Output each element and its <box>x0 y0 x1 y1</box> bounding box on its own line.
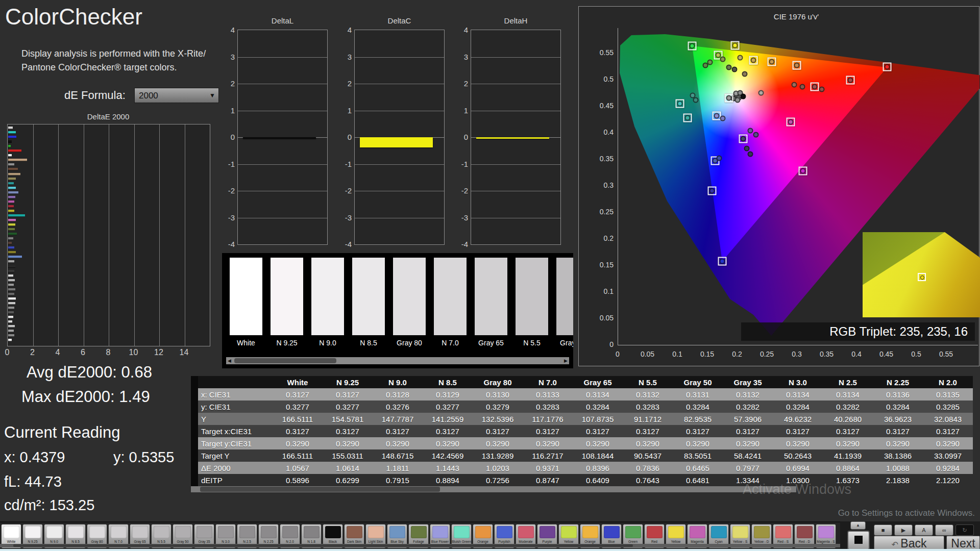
patch-color-chip <box>282 526 298 538</box>
table-column-header: N 8.5 <box>423 376 473 388</box>
deltae-bar <box>8 168 18 170</box>
table-row-label: Target Y <box>198 449 273 462</box>
axis-tick-label: 3 <box>456 53 468 61</box>
axis-tick-label: 0.3 <box>591 181 614 189</box>
swatch-label: N 9.25 <box>266 339 307 347</box>
table-cell: 38.1386 <box>873 449 923 462</box>
deltae-bar <box>8 219 16 221</box>
table-cell: 0.3127 <box>723 425 773 437</box>
deltae-chart <box>7 124 210 346</box>
cie-measured-point <box>740 136 746 142</box>
swatch-gray-65 <box>475 258 507 335</box>
chevron-down-icon[interactable]: ▼ <box>206 88 218 103</box>
table-row-label: Y <box>198 413 273 425</box>
table-cell: 0.6409 <box>573 474 623 486</box>
patch-color-chip <box>818 526 834 538</box>
table-cell: 117.1776 <box>523 413 573 425</box>
table-cell: 40.2680 <box>823 413 873 425</box>
gridline <box>471 191 560 191</box>
stop-measure-button[interactable] <box>847 531 870 550</box>
current-y-value: y: 0.5355 <box>113 449 174 466</box>
axis-tick-label: -2 <box>223 186 235 195</box>
table-cell: 0.3127 <box>873 425 923 437</box>
gridline <box>471 111 560 111</box>
gridline <box>471 57 560 58</box>
table-column-header: Gray 65 <box>573 376 623 388</box>
axis-tick-label: 0.35 <box>820 350 834 358</box>
table-corner-cell <box>198 376 273 388</box>
scroll-left-icon[interactable]: ◀ <box>228 357 231 364</box>
table-column-header: White <box>273 376 323 388</box>
table-cell: 1.1811 <box>373 462 423 474</box>
control-button-0[interactable]: ■ <box>874 524 892 536</box>
table-cell: 0.3284 <box>873 400 923 413</box>
table-row-label: Target x:CIE31 <box>198 425 273 437</box>
table-cell: 0.3127 <box>423 425 473 437</box>
table-cell: 0.3283 <box>623 400 673 413</box>
control-button-1[interactable]: ▶ <box>894 524 913 536</box>
table-cell: 0.3127 <box>473 425 523 437</box>
deltae-bar <box>8 284 14 286</box>
patch-toolbar-scrollbar-thumb[interactable] <box>13 544 633 547</box>
table-cell: 0.3131 <box>673 388 723 400</box>
deltae-bar <box>8 233 17 235</box>
control-button-4[interactable]: ↻ <box>955 524 974 536</box>
patch-color-chip <box>432 526 448 538</box>
table-scrollbar-thumb[interactable] <box>200 487 440 492</box>
table-cell: 0.8396 <box>573 462 623 474</box>
table-cell: 0.8747 <box>523 474 573 486</box>
patch-color-chip <box>411 526 427 538</box>
table-cell: 108.1844 <box>573 449 623 462</box>
page-title: ColorChecker <box>5 4 142 30</box>
table-row-label: ΔE 2000 <box>198 462 273 474</box>
collapse-button[interactable]: ▲ <box>850 521 866 530</box>
patch-color-chip <box>261 526 277 538</box>
table-column-header: Gray 80 <box>473 376 523 388</box>
swatch-comparison-panel: Actual Target WhiteN 9.25N 9.0N 8.5Gray … <box>222 253 573 368</box>
deltae-bar <box>8 201 14 203</box>
cie-measured-point <box>709 188 715 194</box>
table-cell: 0.3133 <box>523 388 573 400</box>
table-cell: 0.3127 <box>773 425 823 437</box>
table-cell: 90.5437 <box>623 449 673 462</box>
table-cell: 1.0614 <box>323 462 373 474</box>
swatch-scrollbar[interactable]: ◀ ▶ <box>226 357 569 364</box>
cie-measured-point <box>690 43 695 49</box>
table-cell: 0.5896 <box>273 474 323 486</box>
deltae-bar <box>8 163 14 166</box>
gridline <box>134 124 135 346</box>
axis-tick-label: 2 <box>30 348 35 357</box>
table-cell: 0.3290 <box>823 437 873 449</box>
table-column-header: N 9.0 <box>373 376 423 388</box>
table-row-label: Target y:CIE31 <box>198 437 273 449</box>
table-cell: 0.3285 <box>923 400 973 413</box>
gridline <box>355 57 444 58</box>
axis-tick-label: 0.25 <box>760 350 774 358</box>
table-cell: 0.6465 <box>673 462 723 474</box>
table-cell: 0.9284 <box>923 462 973 474</box>
swatch-scrollbar-thumb[interactable] <box>234 358 336 363</box>
patch-color-chip <box>454 526 470 538</box>
delta-bar <box>476 137 549 139</box>
table-cell: 107.8735 <box>573 413 623 425</box>
control-button-2[interactable]: A <box>915 524 933 536</box>
swatch-white <box>230 258 262 335</box>
scroll-right-icon[interactable]: ▶ <box>564 357 568 364</box>
table-cell: 166.5111 <box>273 449 323 462</box>
table-cell: 0.3135 <box>923 388 973 400</box>
colorchecker-window: ColorChecker Display analysis is perform… <box>0 0 980 551</box>
table-cell: 0.3290 <box>923 437 973 449</box>
patch-color-chip <box>625 526 641 538</box>
next-label: Next <box>951 537 975 550</box>
patch-color-chip <box>711 526 727 538</box>
chart-deltaH: DeltaH43210-1-2-3-4 <box>471 30 561 245</box>
axis-tick-label: -2 <box>456 186 468 195</box>
gridline <box>238 84 327 84</box>
cie-measured-point <box>800 168 805 173</box>
deltae-bar <box>8 325 15 328</box>
control-button-3[interactable]: ∞ <box>935 524 953 536</box>
patch-color-chip <box>475 526 491 538</box>
axis-tick-label: 2 <box>456 79 468 88</box>
axis-tick-label: 1 <box>456 106 468 115</box>
patch-color-chip <box>561 526 577 538</box>
